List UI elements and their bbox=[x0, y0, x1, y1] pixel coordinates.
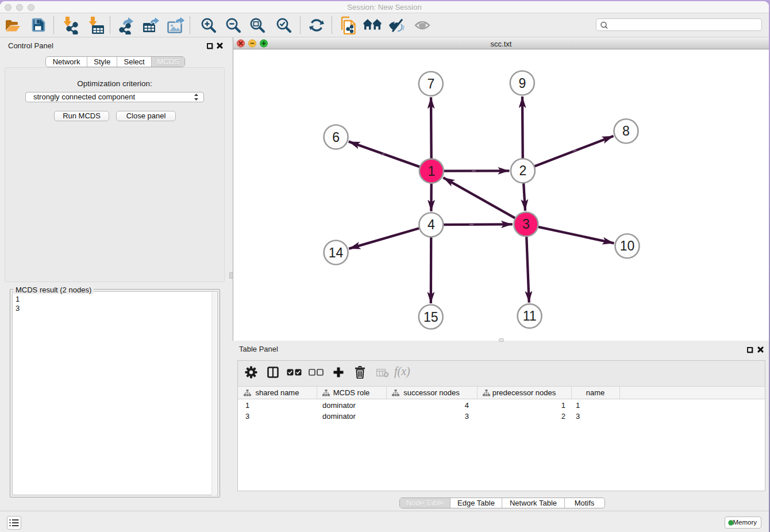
svg-text:1: 1 bbox=[428, 164, 435, 179]
svg-text:10: 10 bbox=[620, 238, 635, 253]
svg-text:8: 8 bbox=[622, 124, 630, 138]
svg-text:7: 7 bbox=[427, 76, 434, 91]
svg-text:3: 3 bbox=[522, 217, 530, 232]
svg-text:4: 4 bbox=[428, 217, 435, 232]
svg-text:9: 9 bbox=[518, 76, 526, 91]
svg-text:14: 14 bbox=[329, 245, 344, 260]
svg-text:15: 15 bbox=[424, 310, 438, 325]
svg-text:6: 6 bbox=[332, 130, 340, 145]
svg-text:11: 11 bbox=[523, 309, 537, 323]
svg-text:2: 2 bbox=[519, 163, 527, 178]
